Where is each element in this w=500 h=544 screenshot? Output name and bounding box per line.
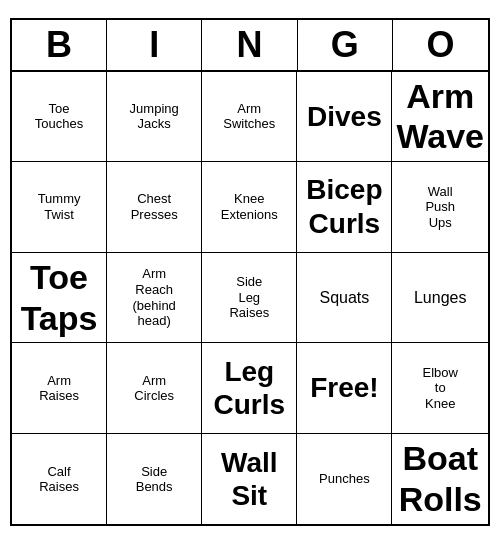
bingo-cell: ArmReach(behindhead) — [107, 253, 202, 344]
cell-text: Punches — [319, 471, 370, 487]
cell-text: Lunges — [414, 288, 467, 307]
cell-text: WallSit — [221, 446, 278, 513]
cell-text: BicepCurls — [306, 173, 382, 240]
bingo-cell: Free! — [297, 343, 392, 434]
cell-text: Free! — [310, 371, 378, 405]
bingo-cell: Squats — [297, 253, 392, 344]
cell-text: SideLegRaises — [229, 274, 269, 321]
cell-text: LegCurls — [213, 355, 285, 422]
bingo-cell: ElbowtoKnee — [392, 343, 488, 434]
bingo-cell: TummyTwist — [12, 162, 107, 253]
cell-text: KneeExtenions — [221, 191, 278, 222]
bingo-cell: ArmWave — [392, 72, 488, 163]
bingo-cell: ToeTaps — [12, 253, 107, 344]
cell-text: ToeTouches — [35, 101, 83, 132]
cell-text: BoatRolls — [399, 438, 482, 520]
bingo-cell: WallSit — [202, 434, 297, 525]
bingo-cell: BicepCurls — [297, 162, 392, 253]
cell-text: CalfRaises — [39, 464, 79, 495]
bingo-cell: JumpingJacks — [107, 72, 202, 163]
bingo-header: BINGO — [12, 20, 488, 72]
cell-text: SideBends — [136, 464, 173, 495]
header-letter: N — [202, 20, 297, 70]
bingo-cell: Dives — [297, 72, 392, 163]
cell-text: ArmSwitches — [223, 101, 275, 132]
header-letter: I — [107, 20, 202, 70]
cell-text: Dives — [307, 100, 382, 134]
cell-text: ArmWave — [396, 76, 484, 158]
cell-text: ToeTaps — [21, 257, 98, 339]
bingo-card: BINGO ToeTouchesJumpingJacksArmSwitchesD… — [10, 18, 490, 527]
bingo-cell: SideLegRaises — [202, 253, 297, 344]
cell-text: Squats — [319, 288, 369, 307]
bingo-cell: SideBends — [107, 434, 202, 525]
bingo-cell: ArmCircles — [107, 343, 202, 434]
cell-text: ChestPresses — [131, 191, 178, 222]
bingo-cell: Punches — [297, 434, 392, 525]
cell-text: JumpingJacks — [130, 101, 179, 132]
header-letter: B — [12, 20, 107, 70]
cell-text: TummyTwist — [38, 191, 81, 222]
cell-text: ArmRaises — [39, 373, 79, 404]
bingo-cell: CalfRaises — [12, 434, 107, 525]
bingo-cell: ChestPresses — [107, 162, 202, 253]
bingo-cell: ToeTouches — [12, 72, 107, 163]
cell-text: ArmReach(behindhead) — [132, 266, 175, 328]
bingo-cell: Lunges — [392, 253, 488, 344]
header-letter: G — [298, 20, 393, 70]
bingo-cell: WallPushUps — [392, 162, 488, 253]
bingo-cell: LegCurls — [202, 343, 297, 434]
header-letter: O — [393, 20, 488, 70]
bingo-cell: ArmSwitches — [202, 72, 297, 163]
cell-text: ElbowtoKnee — [423, 365, 458, 412]
cell-text: WallPushUps — [425, 184, 455, 231]
bingo-grid: ToeTouchesJumpingJacksArmSwitchesDivesAr… — [12, 72, 488, 525]
bingo-cell: ArmRaises — [12, 343, 107, 434]
bingo-cell: BoatRolls — [392, 434, 488, 525]
bingo-cell: KneeExtenions — [202, 162, 297, 253]
cell-text: ArmCircles — [134, 373, 174, 404]
